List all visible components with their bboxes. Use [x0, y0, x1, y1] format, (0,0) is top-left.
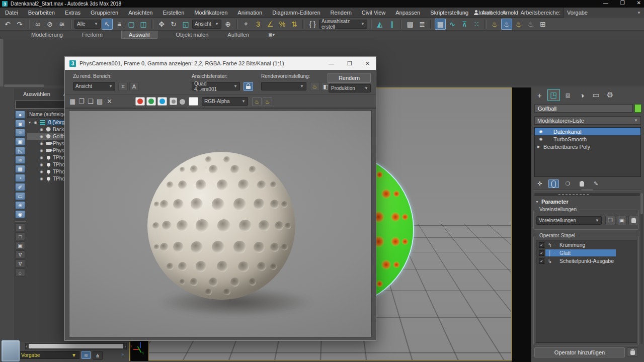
align-icon[interactable]: ∥ — [386, 19, 397, 30]
ribbon-tab-objekt-malen[interactable]: Objekt malen — [176, 32, 209, 38]
frozen-filter-icon[interactable]: ▣ — [15, 241, 25, 249]
minimize-button[interactable]: — — [603, 0, 608, 8]
display-helpers-icon[interactable]: ◺ — [15, 147, 25, 155]
close-button[interactable]: ✕ — [637, 0, 641, 8]
display-shapes-icon[interactable]: ◙ — [15, 120, 25, 128]
scene-explorer-toggle-icon[interactable]: ▤ — [405, 19, 416, 30]
collapsed-rollout-edge[interactable] — [534, 193, 640, 196]
delete-operator-button[interactable] — [627, 347, 638, 356]
menu-anpassen[interactable]: Anpassen — [390, 10, 425, 16]
delete-preset-icon[interactable] — [628, 216, 638, 225]
alpha-channel-button[interactable] — [180, 99, 185, 105]
curve-editor-icon[interactable]: ∿ — [447, 19, 458, 30]
redo-icon[interactable]: ↷ — [14, 19, 25, 30]
unlink-selection-icon[interactable]: ⊘ — [44, 19, 55, 30]
visibility-eye-icon[interactable]: ◉ — [32, 120, 39, 125]
operator-row[interactable]: ✓↰∴Krümmung — [536, 241, 636, 248]
display-hidden-icon[interactable]: ◉ — [15, 210, 25, 218]
named-selection-dropdown[interactable]: Auswahlsatz erstell▼ — [319, 20, 367, 29]
red-channel-button[interactable] — [135, 97, 145, 106]
rw-close-button[interactable]: ✕ — [365, 60, 370, 67]
menu-overflow-icon[interactable]: » — [463, 10, 466, 16]
modifier-stack-row[interactable]: ◉Datenkanal — [535, 128, 640, 135]
modifier-stack-row[interactable]: ▶Bearbeitbares Poly — [535, 143, 640, 150]
operator-row[interactable]: ✓↳Scheitelpunkt-Ausgabe — [536, 257, 636, 264]
visibility-eye-icon[interactable]: ◉ — [38, 127, 45, 132]
visibility-eye-icon[interactable]: ◉ — [38, 141, 45, 146]
green-channel-button[interactable] — [146, 97, 156, 106]
layer-manager-icon[interactable]: ≣ — [417, 19, 428, 30]
display-geometry-icon[interactable]: ● — [15, 111, 25, 119]
scrollbar-thumb[interactable] — [29, 344, 123, 348]
load-preset-folder-icon[interactable]: ❒ — [605, 216, 615, 225]
configure-modifier-sets-icon[interactable]: ✎ — [591, 179, 601, 188]
undo-icon[interactable]: ↶ — [2, 19, 13, 30]
channel-display-dropdown[interactable]: RGB-Alpha▼ — [202, 97, 248, 106]
visibility-eye-icon[interactable]: ◉ — [38, 176, 45, 181]
visibility-eye-icon[interactable]: ◉ — [38, 162, 45, 167]
ribbon-toggle-icon[interactable]: ▦ — [435, 19, 446, 30]
menu-civil-view[interactable]: Civil View — [357, 10, 390, 16]
menu-bearbeiten[interactable]: Bearbeiten — [23, 10, 60, 16]
background-color-swatch[interactable] — [189, 97, 198, 106]
tab-create[interactable]: + — [533, 89, 546, 101]
render-iterative-icon[interactable]: ♨ — [525, 19, 536, 30]
tab-motion[interactable]: ◑ — [576, 89, 588, 101]
tab-modify[interactable]: ◳ — [547, 89, 560, 101]
display-frozen-icon[interactable]: ✳ — [15, 201, 25, 209]
display-bones-icon[interactable]: ✐ — [15, 183, 25, 191]
rendered-frame-window-icon[interactable]: ♨ — [501, 19, 512, 30]
display-containers-icon[interactable]: ▭ — [15, 192, 25, 200]
explorer-menu-auswählen[interactable]: Auswählen — [23, 91, 50, 97]
filter-icon[interactable]: ∇ — [15, 259, 25, 267]
layer-dropdown[interactable]: Vorgabe ▼ — [18, 351, 79, 359]
panel-scrollbar[interactable] — [640, 193, 643, 344]
object-color-swatch[interactable] — [634, 104, 641, 113]
schematic-view-icon[interactable]: ⊼ — [459, 19, 470, 30]
visibility-eye-icon[interactable]: ◉ — [38, 169, 45, 174]
rw-maximize-button[interactable]: ❐ — [347, 60, 352, 67]
viewport-layout-grid-icon[interactable]: ⊞ — [537, 19, 548, 30]
schematic-explorer-button[interactable]: ⋔ — [93, 351, 103, 360]
scroll-right-arrow[interactable]: › — [125, 344, 126, 349]
snap-toggle-3d-icon[interactable]: 3 — [253, 19, 264, 30]
display-lights-icon[interactable]: ⌾ — [15, 129, 25, 137]
operator-checkbox[interactable]: ✓ — [539, 258, 544, 264]
ribbon-scrollbar[interactable] — [0, 39, 4, 86]
display-spacewarps-icon[interactable]: ≋ — [15, 156, 25, 164]
menu-diagramm-editoren[interactable]: Diagramm-Editoren — [267, 10, 325, 16]
render-button[interactable]: Rendern — [328, 73, 371, 83]
operator-row[interactable]: ✓│∴Glatt — [536, 249, 636, 256]
modifier-eye-icon[interactable]: ◉ — [537, 137, 544, 141]
display-assemblies-icon[interactable]: ◔ — [15, 174, 25, 182]
bind-to-space-warp-icon[interactable]: ≋ — [56, 19, 67, 30]
rw-minimize-button[interactable]: — — [329, 60, 334, 66]
tab-hierarchy[interactable]: ⧈ — [561, 89, 574, 101]
viewport-dropdown[interactable]: Quad 4...era001▼ — [192, 82, 240, 90]
render-setup-icon[interactable]: ♨ — [489, 19, 500, 30]
edit-region-icon[interactable]: ⌗ — [118, 82, 128, 91]
select-and-rotate-icon[interactable]: ↻ — [168, 19, 179, 30]
modifier-stack-row[interactable]: ◉TurboSmooth — [535, 135, 640, 143]
show-end-result-icon[interactable] — [548, 179, 559, 188]
visibility-eye-icon[interactable]: ◉ — [38, 134, 45, 139]
pick-container-icon[interactable]: ⌂ — [15, 268, 25, 277]
ribbon-tab-freiform[interactable]: Freiform — [82, 32, 103, 38]
sort-mode-icon[interactable]: ≡ — [15, 223, 25, 231]
menu-gruppieren[interactable]: Gruppieren — [86, 10, 123, 16]
object-name-field[interactable]: Golfball — [534, 104, 633, 113]
save-preset-icon[interactable]: ▣ — [617, 216, 627, 225]
copy-image-icon[interactable]: ❐ — [78, 98, 85, 105]
ribbon-tab-auswahl[interactable]: Auswahl — [122, 31, 157, 38]
clone-window-icon[interactable]: ❏ — [88, 98, 94, 105]
angle-snap-icon[interactable]: ∠ — [265, 19, 276, 30]
display-cameras-icon[interactable]: ▣ — [15, 138, 25, 146]
tab-utilities[interactable]: ⚙ — [604, 89, 616, 101]
window-crossing-icon[interactable]: ◫ — [138, 19, 149, 30]
save-render-preset-icon[interactable]: ♨ — [252, 97, 262, 106]
save-image-icon[interactable]: ▦ — [69, 98, 75, 105]
presets-dropdown[interactable]: Voreinstellungen▼ — [536, 216, 602, 225]
use-pivot-point-icon[interactable]: ⊕ — [222, 19, 233, 30]
tab-display[interactable]: ▭ — [590, 89, 602, 101]
viewport-corner-button[interactable] — [1, 340, 20, 362]
